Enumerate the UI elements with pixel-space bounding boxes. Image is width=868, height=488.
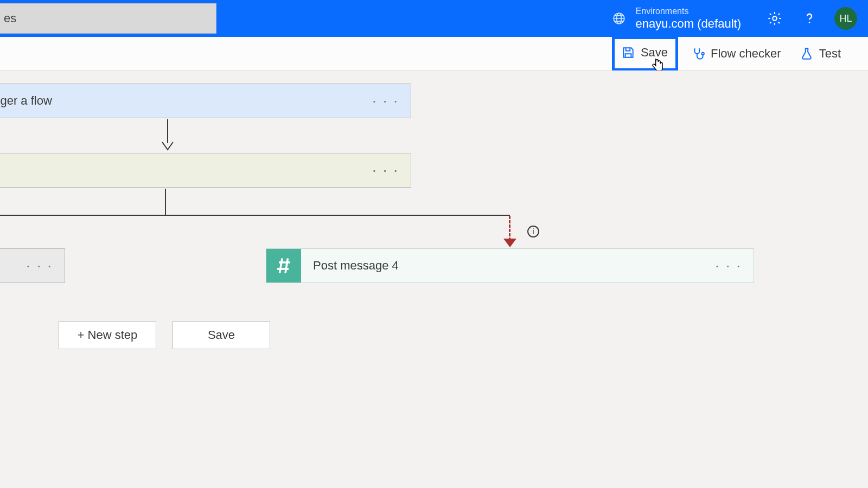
branch-right-dashed-connector [509,216,510,241]
scope-card[interactable]: · · · [0,153,411,188]
post-message-card[interactable]: Post message 4 · · · [266,248,754,283]
flow-checker-label: Flow checker [711,47,781,61]
new-step-button[interactable]: + New step [59,321,156,349]
post-message-title: Post message 4 [313,259,399,273]
search-input[interactable]: es [0,3,216,34]
save-disk-icon [621,46,635,60]
environment-label: Environments [636,7,741,16]
trigger-menu-ellipsis-icon[interactable]: · · · [360,92,411,110]
environment-picker[interactable]: Environments enayu.com (default) [612,7,741,30]
test-button[interactable]: Test [794,43,846,64]
canvas-actions: + New step Save [59,321,270,349]
trigger-card[interactable]: lly trigger a flow · · · [0,84,411,118]
slack-hash-icon [266,249,301,282]
canvas-save-button[interactable]: Save [173,321,270,349]
connector-arrow-icon [161,119,175,152]
svg-point-2 [773,16,776,20]
trigger-title: lly trigger a flow [0,94,52,108]
left-branch-card[interactable]: · · · [0,248,65,283]
save-button[interactable]: Save [612,36,678,71]
flow-canvas[interactable]: lly trigger a flow · · · · · · i · · · P… [0,70,868,488]
branch-connector-vertical [165,189,166,216]
settings-gear-icon[interactable] [767,11,782,26]
top-app-bar: es Environments enayu.com (default) HL [0,0,868,37]
user-avatar[interactable]: HL [834,7,857,30]
info-icon[interactable]: i [527,226,539,237]
command-bar: Save Flow checker Test [0,37,868,70]
branch-connector-horizontal [0,215,510,216]
environment-name: enayu.com (default) [636,17,741,30]
test-button-label: Test [819,47,841,61]
flow-checker-button[interactable]: Flow checker [686,43,787,64]
environment-text: Environments enayu.com (default) [636,7,741,30]
svg-point-4 [702,52,704,54]
branch-right-arrowhead-icon [503,239,516,247]
flask-icon [800,47,814,61]
save-button-label: Save [641,46,668,60]
stethoscope-icon [691,47,705,61]
help-icon[interactable] [802,11,817,26]
globe-icon [612,11,626,25]
post-message-menu-ellipsis-icon[interactable]: · · · [703,257,754,274]
scope-menu-ellipsis-icon[interactable]: · · · [360,162,411,179]
left-branch-menu-ellipsis-icon[interactable]: · · · [14,257,65,274]
svg-point-3 [809,22,810,23]
